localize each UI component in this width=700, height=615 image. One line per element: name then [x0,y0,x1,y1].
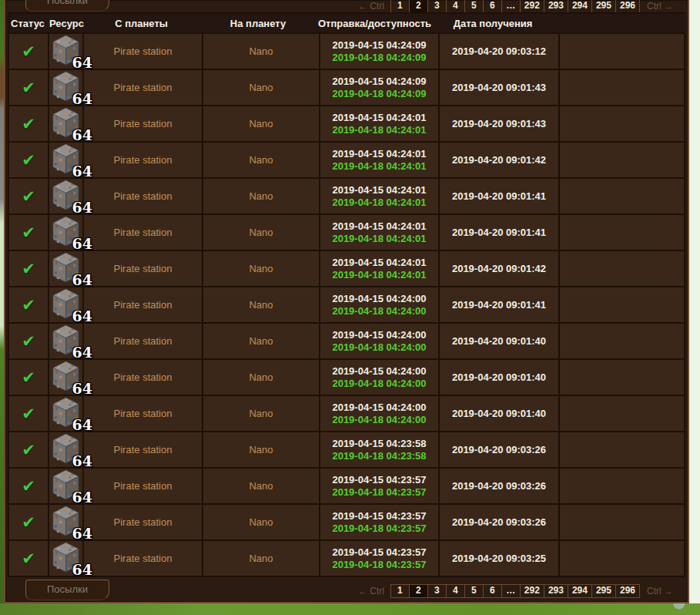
page-button[interactable]: … [501,584,521,598]
received-date: 2019-04-20 09:01:41 [440,287,560,324]
resource-cell[interactable]: 64 [49,287,84,324]
page-button[interactable]: 5 [464,0,484,12]
sent-time: 2019-04-15 04:24:01 [332,148,426,160]
from-planet: Pirate station [84,34,203,70]
sent-time: 2019-04-15 04:24:01 [332,257,426,269]
page-button[interactable]: 6 [483,0,502,12]
status-cell: ✔ [9,360,49,396]
resource-cell[interactable]: 64 [49,34,84,70]
page-button[interactable]: 4 [446,0,465,12]
status-cell: ✔ [9,179,49,215]
status-cell: ✔ [9,396,49,432]
status-cell: ✔ [9,143,49,179]
available-time: 2019-04-18 04:24:00 [332,414,426,426]
resource-cell[interactable]: 64 [49,469,84,505]
received-date: 2019-04-20 09:03:26 [440,505,560,541]
resource-cell[interactable]: 64 [49,396,84,432]
page-button[interactable]: 295 [591,0,616,12]
resource-cell[interactable]: 64 [49,360,84,396]
table-row: ✔ [9,432,685,469]
status-check-icon: ✔ [22,42,35,61]
page-button[interactable]: 294 [568,584,592,598]
page-button[interactable]: 3 [427,584,447,598]
table-row: ✔ [9,287,685,324]
pagination-next[interactable]: Ctrl → [647,1,673,12]
empty-cell [560,287,685,324]
sent-time: 2019-04-15 04:23:57 [332,474,426,486]
sent-time: 2019-04-15 04:24:00 [332,365,426,378]
page-button[interactable]: 4 [446,584,465,598]
resource-cell[interactable]: 64 [49,251,84,287]
page-button[interactable]: 3 [427,0,447,12]
available-time: 2019-04-18 04:24:01 [332,269,426,281]
resource-cell[interactable]: 64 [49,432,84,469]
empty-cell [560,505,685,541]
received-date: 2019-04-20 09:03:25 [440,541,560,577]
to-planet: Nano [203,70,320,106]
from-planet: Pirate station [84,469,203,505]
from-planet: Pirate station [84,360,203,396]
table-row: ✔ [9,143,685,179]
pagination-prev[interactable]: ← Ctrl [358,586,384,597]
received-date: 2019-04-20 09:01:41 [440,179,560,215]
from-planet: Pirate station [84,70,203,106]
column-header: Статус [9,14,49,32]
pagination-prev[interactable]: ← Ctrl [358,1,384,12]
dispatch-cell: 2019-04-15 04:23:57 2019-04-18 04:23:57 [320,469,440,505]
dispatch-cell: 2019-04-15 04:24:01 2019-04-18 04:24:01 [320,251,440,287]
resource-count: 64 [72,416,92,433]
resource-cell[interactable]: 64 [49,179,84,215]
received-date: 2019-04-20 09:03:26 [440,469,560,505]
from-planet: Pirate station [84,505,203,541]
page-button[interactable]: … [501,0,521,12]
tab-parcels-bottom[interactable]: Посылки [25,580,109,600]
resource-cell[interactable]: 64 [49,106,84,143]
page-button[interactable]: 293 [544,584,568,598]
dispatch-cell: 2019-04-15 04:24:01 2019-04-18 04:24:01 [320,215,440,251]
tab-parcels-top[interactable]: Посылки [25,0,109,12]
resource-cell[interactable]: 64 [49,324,84,360]
available-time: 2019-04-18 04:23:58 [332,450,426,462]
page-button[interactable]: 294 [568,0,592,12]
status-cell: ✔ [9,469,49,505]
status-check-icon: ✔ [22,405,35,423]
top-pagination: ← Ctrl123456…292293294295296Ctrl → [351,0,680,12]
available-time: 2019-04-18 04:24:00 [332,378,426,390]
page-button[interactable]: 292 [520,0,544,12]
page-button[interactable]: 296 [615,0,640,12]
to-planet: Nano [203,432,320,469]
to-planet: Nano [203,287,320,324]
sent-time: 2019-04-15 04:24:01 [332,220,426,233]
dispatch-cell: 2019-04-15 04:24:09 2019-04-18 04:24:09 [320,34,440,70]
page-button[interactable]: 6 [483,584,502,598]
from-planet: Pirate station [84,396,203,432]
page-button[interactable]: 1 [390,584,410,598]
status-check-icon: ✔ [22,187,35,206]
resource-count: 64 [72,54,92,71]
resource-cell[interactable]: 64 [49,215,84,251]
page-button[interactable]: 292 [520,584,544,598]
pagination-next[interactable]: Ctrl → [647,586,673,597]
column-header: Дата получения [434,14,552,32]
status-check-icon: ✔ [22,441,35,459]
from-planet: Pirate station [84,179,203,215]
available-time: 2019-04-18 04:23:57 [332,559,426,571]
parcels-table: СтатусРесурсС планетыНа планетуОтправка/… [8,12,685,577]
page-button[interactable]: 5 [464,584,484,598]
page-button[interactable]: 1 [390,0,410,12]
status-cell: ✔ [9,251,49,287]
page-button[interactable]: 293 [544,0,568,12]
page-button-current[interactable]: 2 [409,584,428,598]
resource-cell[interactable]: 64 [49,70,84,106]
table-header: СтатусРесурсС планетыНа планетуОтправка/… [9,14,685,34]
sent-time: 2019-04-15 04:24:01 [332,112,426,124]
page-button[interactable]: 295 [591,584,616,598]
resource-cell[interactable]: 64 [49,541,84,577]
resource-cell[interactable]: 64 [49,143,84,179]
page-button[interactable]: 296 [615,584,640,598]
table-row: ✔ [9,469,685,505]
received-date: 2019-04-20 09:01:42 [440,251,560,287]
table-row: ✔ [9,215,685,251]
page-button-current[interactable]: 2 [409,0,428,12]
resource-cell[interactable]: 64 [49,505,84,541]
